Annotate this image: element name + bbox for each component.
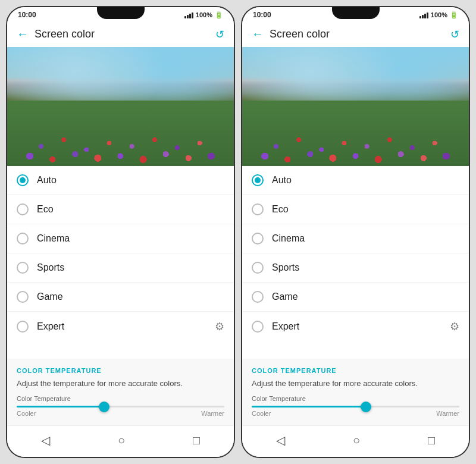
notch-2 [332, 7, 380, 19]
slider-track-2 [252, 406, 459, 407]
flower-layer-2 [242, 101, 469, 166]
radio-eco-2[interactable] [252, 203, 264, 215]
radio-game-2[interactable] [252, 291, 264, 303]
status-right-1: 100% 🔋 [184, 11, 223, 19]
nav-back-1[interactable]: ◁ [29, 431, 62, 450]
option-label-cinema-1: Cinema [37, 233, 224, 244]
page-title-2: Screen color [270, 28, 330, 40]
option-cinema-2[interactable]: Cinema [242, 224, 469, 253]
signal-icon-2 [419, 11, 428, 18]
back-button-1[interactable]: ← [17, 27, 29, 41]
color-temp-section-2: COLOR TEMPERATURE Adjust the temperature… [242, 359, 469, 425]
nav-bar-1: ◁ ○ □ [7, 425, 234, 457]
preview-image-1 [7, 47, 234, 166]
option-label-sports-2: Sports [272, 262, 459, 273]
battery-icon-2: 🔋 [450, 11, 458, 19]
nav-home-1[interactable]: ○ [106, 431, 137, 450]
slider-fill-1 [17, 406, 104, 407]
time-1: 10:00 [18, 11, 36, 19]
option-label-eco-2: Eco [272, 204, 459, 215]
option-cinema-1[interactable]: Cinema [7, 224, 234, 253]
back-button-2[interactable]: ← [252, 27, 264, 41]
nav-recent-2[interactable]: □ [416, 431, 447, 450]
phone-1: 10:00 100% 🔋 ← Screen color ↺ Auto [6, 6, 235, 458]
warmer-label-1: Warmer [201, 410, 224, 417]
slider-fill-2 [252, 406, 366, 407]
header-1: ← Screen color ↺ [7, 21, 234, 47]
option-label-eco-1: Eco [37, 204, 224, 215]
slider-label-1: Color Temperature [17, 395, 224, 402]
header-2: ← Screen color ↺ [242, 21, 469, 47]
slider-container-2[interactable] [252, 406, 459, 407]
nav-recent-1[interactable]: □ [181, 431, 212, 450]
slider-label-2: Color Temperature [252, 395, 459, 402]
notch-1 [97, 7, 145, 19]
time-2: 10:00 [253, 11, 271, 19]
radio-cinema-2[interactable] [252, 233, 264, 244]
option-sports-1[interactable]: Sports [7, 253, 234, 283]
slider-thumb-1[interactable] [99, 402, 109, 412]
refresh-button-2[interactable]: ↺ [450, 28, 459, 41]
option-label-auto-1: Auto [37, 175, 224, 186]
radio-eco-1[interactable] [17, 203, 29, 215]
option-sports-2[interactable]: Sports [242, 253, 469, 283]
color-temp-title-1: COLOR TEMPERATURE [17, 367, 224, 374]
radio-expert-1[interactable] [17, 321, 29, 333]
radio-expert-2[interactable] [252, 321, 264, 333]
signal-text-2: 100% [431, 11, 447, 18]
radio-game-1[interactable] [17, 291, 29, 303]
option-game-2[interactable]: Game [242, 283, 469, 312]
option-auto-2[interactable]: Auto [242, 166, 469, 195]
option-label-sports-1: Sports [37, 262, 224, 273]
radio-auto-1[interactable] [17, 174, 29, 186]
cooler-label-1: Cooler [17, 410, 36, 417]
slider-track-1 [17, 406, 224, 407]
option-auto-1[interactable]: Auto [7, 166, 234, 195]
warmer-label-2: Warmer [436, 410, 459, 417]
option-label-expert-2: Expert [272, 321, 450, 332]
color-temp-title-2: COLOR TEMPERATURE [252, 367, 459, 374]
options-list-1: Auto Eco Cinema Sports Game Expert ⚙ [7, 166, 234, 359]
color-temp-desc-2: Adjust the temperature for more accurate… [252, 379, 459, 388]
radio-sports-1[interactable] [17, 262, 29, 274]
option-expert-2[interactable]: Expert ⚙ [242, 312, 469, 341]
mountain-bg-2 [242, 47, 469, 166]
option-label-expert-1: Expert [37, 321, 215, 332]
battery-icon-1: 🔋 [215, 11, 223, 19]
signal-icon-1 [184, 11, 193, 18]
color-temp-desc-1: Adjust the temperature for more accurate… [17, 379, 224, 388]
gear-icon-2[interactable]: ⚙ [450, 320, 459, 333]
header-left-1: ← Screen color [17, 27, 95, 41]
preview-image-2 [242, 47, 469, 166]
slider-labels-2: Cooler Warmer [252, 410, 459, 417]
mountain-bg-1 [7, 47, 234, 166]
page-title-1: Screen color [35, 28, 95, 40]
radio-sports-2[interactable] [252, 262, 264, 274]
signal-text-1: 100% [196, 11, 212, 18]
cooler-label-2: Cooler [252, 410, 271, 417]
option-eco-2[interactable]: Eco [242, 195, 469, 224]
status-right-2: 100% 🔋 [419, 11, 458, 19]
flower-layer-1 [7, 101, 234, 166]
options-list-2: Auto Eco Cinema Sports Game Expert ⚙ [242, 166, 469, 359]
refresh-button-1[interactable]: ↺ [215, 28, 224, 41]
option-label-cinema-2: Cinema [272, 233, 459, 244]
option-game-1[interactable]: Game [7, 283, 234, 312]
option-label-game-2: Game [272, 291, 459, 302]
option-expert-1[interactable]: Expert ⚙ [7, 312, 234, 341]
option-label-game-1: Game [37, 291, 224, 302]
slider-container-1[interactable] [17, 406, 224, 407]
option-eco-1[interactable]: Eco [7, 195, 234, 224]
slider-thumb-2[interactable] [361, 402, 371, 412]
nav-back-2[interactable]: ◁ [264, 431, 297, 450]
gear-icon-1[interactable]: ⚙ [215, 320, 224, 333]
radio-auto-2[interactable] [252, 174, 264, 186]
nav-home-2[interactable]: ○ [341, 431, 372, 450]
option-label-auto-2: Auto [272, 175, 459, 186]
slider-labels-1: Cooler Warmer [17, 410, 224, 417]
radio-cinema-1[interactable] [17, 233, 29, 244]
color-temp-section-1: COLOR TEMPERATURE Adjust the temperature… [7, 359, 234, 425]
nav-bar-2: ◁ ○ □ [242, 425, 469, 457]
phone-2: 10:00 100% 🔋 ← Screen color ↺ Auto [241, 6, 470, 458]
header-left-2: ← Screen color [252, 27, 330, 41]
